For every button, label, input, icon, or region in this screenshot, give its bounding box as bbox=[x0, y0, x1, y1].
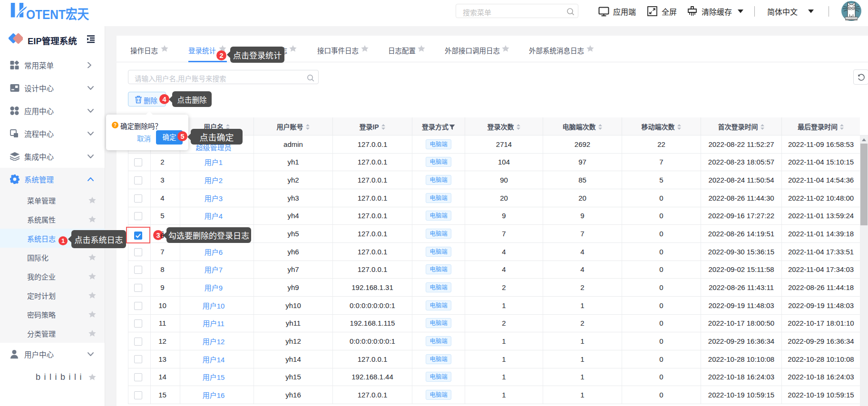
svg-text:?: ? bbox=[114, 123, 117, 128]
